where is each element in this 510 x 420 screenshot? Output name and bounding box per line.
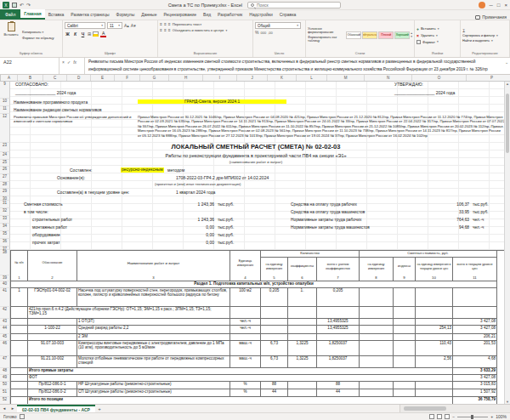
cell[interactable]: 6,73 xyxy=(261,356,288,368)
cancel-icon[interactable]: × xyxy=(62,60,65,65)
cell[interactable]: 421/пр прил.6 п.4.2 (Действующие сборник… xyxy=(28,307,230,319)
cell[interactable]: НР Штукатурные работы (ремонтно-строител… xyxy=(77,382,230,389)
cell[interactable] xyxy=(360,389,394,397)
cell[interactable]: маш.-ч xyxy=(230,341,261,356)
cell[interactable]: 13,4955325 xyxy=(317,326,360,334)
cell-style-good[interactable]: Хороший xyxy=(394,31,410,39)
cell[interactable] xyxy=(394,334,416,341)
worksheet-grid[interactable]: 9 СОГЛАСОВАНО: УТВЕРЖДАЮ: ______________… xyxy=(0,82,510,404)
cell[interactable]: 1. xyxy=(288,288,317,307)
cell[interactable] xyxy=(416,382,453,389)
formula-bar-expand-icon[interactable]: ⌄ xyxy=(503,58,510,74)
row-number[interactable]: 43 xyxy=(0,319,10,326)
cell[interactable] xyxy=(394,326,416,334)
horizontal-scrollbar[interactable] xyxy=(400,405,510,412)
comma-style-icon[interactable]: 000 xyxy=(260,31,266,35)
undo-icon[interactable]: ↶ xyxy=(20,2,24,8)
align-center-icon[interactable]: ≡ xyxy=(164,28,167,32)
row-number[interactable]: 28 xyxy=(0,182,10,189)
underline-button[interactable]: Ч xyxy=(80,31,86,37)
cell[interactable]: 2,56 xyxy=(416,356,453,368)
column-header-K[interactable]: K xyxy=(268,75,297,81)
cell[interactable]: 88 xyxy=(317,382,360,389)
cell[interactable]: Раздел 1. Подготовка капитальных м/п, ус… xyxy=(11,281,497,288)
cell[interactable] xyxy=(416,334,453,341)
cell[interactable] xyxy=(261,307,288,319)
column-header-J[interactable]: J xyxy=(237,75,268,81)
cell[interactable]: ФОТ xyxy=(28,375,453,382)
cell[interactable] xyxy=(11,389,28,397)
tab-data[interactable]: Данные xyxy=(138,9,160,20)
tab-review[interactable]: Рецензирование xyxy=(160,9,200,20)
cell[interactable] xyxy=(288,319,317,326)
cell[interactable] xyxy=(28,319,77,326)
cell[interactable]: 44 xyxy=(317,389,360,397)
cell[interactable] xyxy=(394,288,416,307)
copy-button[interactable]: Копировать▾ xyxy=(22,30,54,34)
column-header-C[interactable]: C xyxy=(43,75,67,81)
page-layout-view-icon[interactable] xyxy=(437,414,442,419)
scrollbar-thumb[interactable] xyxy=(506,94,509,153)
zoom-level[interactable]: 100% xyxy=(496,414,507,419)
tab-formulas[interactable]: Формулы xyxy=(113,9,139,20)
number-format-select[interactable]: Общий▾ xyxy=(255,22,301,29)
cell[interactable] xyxy=(261,334,288,341)
row-number[interactable]: 38 xyxy=(0,250,10,275)
name-box[interactable]: A22 xyxy=(0,58,60,74)
zoom-out-icon[interactable]: − xyxy=(452,414,455,419)
cell[interactable] xyxy=(360,341,394,356)
cell[interactable]: 1 ОТ(ЗТ) xyxy=(77,319,230,326)
zoom-slider-thumb[interactable] xyxy=(471,415,473,419)
tab-help[interactable]: Справка xyxy=(276,9,300,20)
cell[interactable]: 201,53 xyxy=(453,341,497,356)
scrollbar-thumb[interactable] xyxy=(404,406,446,411)
close-button[interactable]: × xyxy=(504,3,507,8)
zoom-slider[interactable] xyxy=(457,417,488,417)
insert-function-icon[interactable]: fx xyxy=(73,60,76,65)
cell[interactable]: Насечка под штукатурку поверхностей стен… xyxy=(77,288,230,307)
cell[interactable] xyxy=(416,319,453,326)
cell[interactable] xyxy=(453,307,497,319)
row-number[interactable]: 9 xyxy=(0,82,10,99)
cell[interactable]: Молотки отбойные пневматические при рабо… xyxy=(77,356,230,368)
column-header-N[interactable]: N xyxy=(365,75,412,81)
percent-style-icon[interactable]: % xyxy=(255,31,258,35)
row-number[interactable]: 12 xyxy=(0,114,10,143)
sheet-nav-left-icon[interactable]: ◄ xyxy=(0,405,8,412)
sheet-nav-right-icon[interactable]: ► xyxy=(8,405,17,412)
cell[interactable]: 0,205 xyxy=(317,288,360,307)
find-select-button[interactable]: Найти и выделить▾ xyxy=(462,39,498,43)
cell[interactable] xyxy=(230,334,261,341)
cell[interactable]: 3 427,08 xyxy=(453,326,497,334)
cell[interactable]: 2 ЭМ xyxy=(77,334,230,341)
row-number[interactable]: 44 xyxy=(0,326,10,334)
maximize-button[interactable]: □ xyxy=(497,3,501,8)
cell[interactable] xyxy=(416,307,453,319)
cell[interactable] xyxy=(416,389,453,397)
macro-record-icon[interactable] xyxy=(20,414,25,419)
delete-cells-button[interactable]: ×Удалить▾ xyxy=(416,33,439,38)
cell[interactable]: 88 xyxy=(261,382,288,389)
basis-value[interactable]: 1708-2022-03-ГР4.2 дрк-МПИ002 от 14.02.2… xyxy=(176,176,269,181)
cell[interactable]: 13,4955325 xyxy=(317,319,360,326)
cell[interactable] xyxy=(394,341,416,356)
column-header-D[interactable]: D xyxy=(67,75,91,81)
minimize-button[interactable]: ─ xyxy=(490,3,493,8)
cell[interactable]: 1,3225 xyxy=(288,341,317,356)
vertical-scrollbar[interactable]: ▲▼ xyxy=(504,82,510,404)
sort-filter-button[interactable]: Сортировка и фильтр▾ xyxy=(462,34,498,37)
row-number[interactable]: 27 xyxy=(0,174,10,182)
row-number[interactable]: 36 xyxy=(0,239,10,247)
row-number[interactable]: 24 xyxy=(0,152,10,160)
comments-button[interactable]: Примечания xyxy=(475,14,507,20)
cell[interactable]: 6,73 xyxy=(261,341,288,356)
cell[interactable] xyxy=(11,375,28,382)
cell-style-normal[interactable]: Обычный xyxy=(346,31,361,39)
cell[interactable] xyxy=(360,382,394,389)
cell[interactable]: СП Штукатурные работы (ремонтно-строител… xyxy=(77,389,230,397)
row-number[interactable]: 47 xyxy=(0,356,10,368)
select-all-corner[interactable] xyxy=(0,75,1,81)
font-color-icon[interactable]: А xyxy=(100,31,106,37)
format-painter-button[interactable]: Формат по образцу xyxy=(22,36,54,40)
cell[interactable]: 4,68 xyxy=(453,356,497,368)
